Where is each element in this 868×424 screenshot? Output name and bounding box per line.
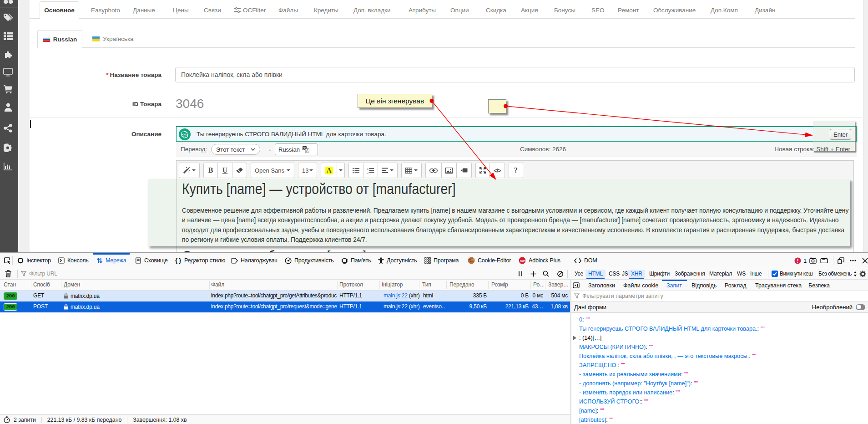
filter-all[interactable]: Усе [572,268,586,279]
details-tab-timings[interactable]: Розклад [725,280,746,291]
help-button[interactable]: ? [509,163,523,178]
tab-skidka[interactable]: Скидка [486,1,506,19]
filter-ws[interactable]: WS [734,268,748,279]
paragraph-align-button[interactable] [378,163,398,178]
bold-button[interactable]: B [203,163,218,178]
param-row[interactable]: [attributes]: "" [579,417,613,423]
col-transferred[interactable]: Передано [449,280,486,291]
tab-easyphoto[interactable]: Easyphoto [91,1,120,19]
tab-atributy[interactable]: Атрибуты [409,1,436,19]
devtools-tab-console[interactable]: Консоль [58,253,89,268]
share-icon[interactable] [0,119,16,137]
filter-other[interactable]: Інше [747,268,764,279]
initiator-link[interactable]: main.js:22 [384,292,408,299]
filter-fonts[interactable]: Шрифти [646,268,672,279]
table-button[interactable] [401,163,422,178]
network-request-row-selected[interactable]: 200 POST matrix.dp.ua index.php?route=to… [0,301,570,312]
filter-url-input[interactable]: Фільтр URL [21,268,57,279]
initiator-link[interactable]: main.js:22 [384,303,408,310]
fullscreen-button[interactable] [475,163,490,178]
link-button[interactable] [425,163,442,178]
disable-cache-checkbox[interactable]: Вимкнути кеш [772,268,812,279]
param-row[interactable]: - заменять их реальными значениями: "" [579,371,688,378]
col-size[interactable]: Розмір [491,280,528,291]
tab-dannye[interactable]: Данные [133,1,155,19]
devtools-close-button[interactable] [862,253,868,268]
details-tab-headers[interactable]: Заголовки [588,280,615,291]
param-row[interactable]: ИСПОЛЬЗУЙ СТРОГО:: "" [579,398,648,405]
form-data-section-header[interactable]: Дані форми Необроблений [571,301,868,313]
font-color-button[interactable]: A [321,163,337,178]
toggle-details-pane-button[interactable] [573,280,580,291]
param-row[interactable]: - изменять порядок или написание: "" [579,389,680,396]
tab-dop-komp[interactable]: Доп.Комп [711,1,738,19]
tab-remont[interactable]: Ремонт [618,1,639,19]
translate-source-select[interactable]: Этот текст [211,144,260,155]
col-file[interactable]: Файл [211,280,335,291]
tab-obsluzhivanie[interactable]: Обслуживание [653,1,696,19]
col-protocol[interactable]: Протокол [339,280,378,291]
magic-style-button[interactable] [179,163,200,178]
tab-tseny[interactable]: Цены [173,1,189,19]
devtools-tab-application[interactable]: Програма [424,253,459,268]
responsive-mode-button[interactable] [838,253,844,268]
video-button[interactable] [457,163,472,178]
tab-dop-vkladki[interactable]: Доп. вкладки [353,1,391,19]
lang-tab-ukrainska[interactable]: Українська [92,30,134,48]
devtools-tab-cookie-editor[interactable]: Cookie-Editor [468,253,511,268]
col-method[interactable]: Спосіб [33,280,59,291]
col-domain[interactable]: Домен [64,280,207,291]
font-size-select[interactable]: 13 [298,163,317,178]
details-tab-response[interactable]: Відповідь [691,280,717,291]
unordered-list-button[interactable] [348,163,363,178]
param-object-preview[interactable]: (14)[…] [582,335,601,341]
desktop-icon[interactable] [0,63,16,81]
font-color-dropdown[interactable] [337,163,345,178]
devtools-tab-inspector[interactable]: Інспектор [17,253,51,268]
devtools-tab-adblock[interactable]: ABP Adblock Plus [519,253,560,268]
devtools-menu-button[interactable] [850,253,856,268]
chart-icon[interactable] [0,158,16,175]
col-end[interactable]: Завер… [548,280,569,291]
cart-icon[interactable] [0,81,16,98]
filter-images[interactable]: Зображення [672,268,708,279]
pause-log-button[interactable] [518,268,523,279]
col-initiator[interactable]: Ініціатор [382,280,417,291]
clear-requests-button[interactable] [5,268,11,279]
font-family-select[interactable]: Open Sans [251,163,294,178]
list-icon[interactable] [0,27,16,45]
devtools-tab-dom[interactable]: DOM [574,253,597,268]
devtools-tab-memory[interactable]: Пам'ять [341,253,371,268]
gear-icon[interactable] [0,139,16,156]
screenshot-button[interactable] [809,253,817,268]
block-request-button[interactable] [557,268,563,279]
tab-aktsiya[interactable]: Акция [521,1,538,19]
image-button[interactable] [442,163,457,178]
param-row[interactable]: : (14)[…] [579,335,601,341]
cubes-icon[interactable] [0,0,16,9]
tab-kredity[interactable]: Кредиты [314,1,338,19]
details-tab-request[interactable]: Запит [666,280,682,291]
expand-triangle-icon[interactable] [573,336,576,340]
devtools-tab-style-editor[interactable]: { } Редактор стилю [175,253,225,268]
devtools-tab-debugger[interactable]: Налагоджувач [231,253,278,268]
param-row[interactable]: Ты генерируешь СТРОГО ВАЛИДНЫЙ HTML для … [579,326,765,332]
tab-seo[interactable]: SEO [591,1,605,19]
add-request-button[interactable] [530,268,536,279]
translate-target-select[interactable]: Russian 文A [275,143,318,155]
param-row[interactable]: - дополнять (например: "Ноутбук [name]")… [579,380,698,387]
throttling-select[interactable]: Без обмежень [818,268,857,279]
param-row[interactable]: [name]: "" [579,408,604,414]
devtools-tab-network[interactable]: Мережа [96,253,126,268]
details-tab-stack[interactable]: Трасування стека [755,280,802,291]
tab-optsii[interactable]: Опции [450,1,469,19]
param-row[interactable]: 0: "" [579,317,590,323]
tags-icon[interactable] [0,9,16,26]
lang-tab-russian[interactable]: Russian [37,30,82,48]
raw-toggle[interactable] [856,304,865,310]
col-start[interactable]: Ро… [533,280,544,291]
code-view-button[interactable]: </> [490,163,505,178]
tab-bonusy[interactable]: Бонусы [554,1,575,19]
user-icon[interactable] [0,98,16,116]
filter-html[interactable]: HTML [585,268,606,279]
